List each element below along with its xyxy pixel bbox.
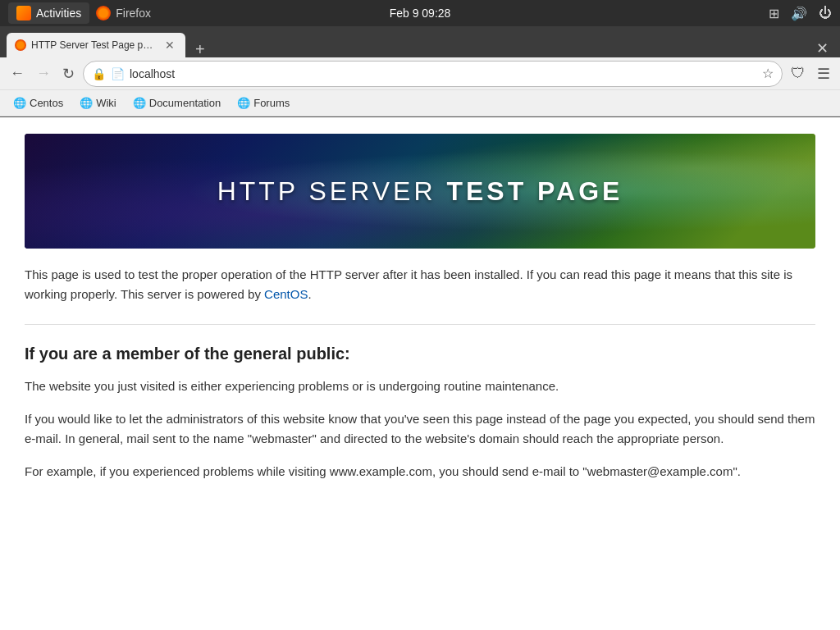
bookmark-centos[interactable]: 🌐 Centos xyxy=(7,94,70,112)
volume-icon[interactable]: 🔊 xyxy=(791,6,807,21)
security-icon: 🔒 xyxy=(92,67,106,80)
intro-text: This page is used to test the proper ope… xyxy=(25,267,792,301)
back-button[interactable]: ← xyxy=(7,62,28,85)
menu-button[interactable]: ☰ xyxy=(814,62,833,86)
centos-period: . xyxy=(308,287,311,301)
centos-bookmark-label: Centos xyxy=(30,97,63,109)
pocket-button[interactable]: 🛡 xyxy=(788,62,809,85)
webmaster-paragraph: If you would like to let the administrat… xyxy=(25,409,815,449)
tab-close-button[interactable]: ✕ xyxy=(162,38,177,52)
centos-link[interactable]: CentOS xyxy=(264,287,308,301)
firefox-icon xyxy=(96,6,111,21)
close-window-button[interactable]: ✕ xyxy=(811,39,833,57)
page-icon: 📄 xyxy=(111,67,125,80)
page-banner: HTTP SERVER TEST PAGE xyxy=(25,134,815,249)
wiki-bookmark-label: Wiki xyxy=(96,97,116,109)
forums-bookmark-icon: 🌐 xyxy=(237,97,250,109)
forward-button[interactable]: → xyxy=(33,62,54,85)
active-tab[interactable]: HTTP Server Test Page powe ✕ xyxy=(7,33,185,57)
wiki-bookmark-icon: 🌐 xyxy=(80,97,93,109)
reload-button[interactable]: ↻ xyxy=(59,62,78,86)
new-tab-button[interactable]: + xyxy=(190,41,210,57)
activities-label: Activities xyxy=(36,7,81,20)
tab-bar: HTTP Server Test Page powe ✕ + ✕ xyxy=(0,26,840,57)
bookmark-wiki[interactable]: 🌐 Wiki xyxy=(73,94,123,112)
system-datetime: Feb 9 09:28 xyxy=(390,7,451,20)
address-input[interactable] xyxy=(130,67,757,80)
firefox-taskbar-item[interactable]: Firefox xyxy=(96,6,151,21)
firefox-taskbar-label: Firefox xyxy=(116,7,151,20)
network-icon[interactable]: ⊞ xyxy=(769,6,779,21)
system-bar: Activities Firefox Feb 9 09:28 ⊞ 🔊 ⏻ xyxy=(0,0,840,26)
activities-button[interactable]: Activities xyxy=(8,2,89,24)
navigation-bar: ← → ↻ 🔒 📄 ☆ 🛡 ☰ xyxy=(0,57,840,90)
public-section-heading: If you are a member of the general publi… xyxy=(25,345,815,363)
gnome-icon xyxy=(16,6,31,21)
maintenance-paragraph: The website you just visited is either e… xyxy=(25,377,815,396)
banner-text-bold: TEST PAGE xyxy=(446,176,623,206)
example-paragraph: For example, if you experienced problems… xyxy=(25,462,815,482)
bookmark-star-icon[interactable]: ☆ xyxy=(762,66,774,81)
documentation-bookmark-icon: 🌐 xyxy=(133,97,146,109)
browser-chrome: HTTP Server Test Page powe ✕ + ✕ ← → ↻ 🔒… xyxy=(0,26,840,117)
section-divider xyxy=(25,324,815,325)
banner-heading: HTTP SERVER TEST PAGE xyxy=(217,176,623,207)
documentation-bookmark-label: Documentation xyxy=(149,97,221,109)
page-content: HTTP SERVER TEST PAGE This page is used … xyxy=(0,117,840,630)
bookmark-forums[interactable]: 🌐 Forums xyxy=(231,94,296,112)
tab-favicon xyxy=(15,39,26,51)
bookmark-documentation[interactable]: 🌐 Documentation xyxy=(126,94,227,112)
forums-bookmark-label: Forums xyxy=(253,97,290,109)
centos-bookmark-icon: 🌐 xyxy=(13,97,26,109)
banner-text-light: HTTP SERVER xyxy=(217,176,447,206)
intro-paragraph: This page is used to test the proper ope… xyxy=(25,265,815,304)
address-bar[interactable]: 🔒 📄 ☆ xyxy=(83,61,783,87)
power-icon[interactable]: ⏻ xyxy=(819,6,832,21)
tab-title: HTTP Server Test Page powe xyxy=(31,39,154,51)
bookmarks-bar: 🌐 Centos 🌐 Wiki 🌐 Documentation 🌐 Forums xyxy=(0,90,840,116)
